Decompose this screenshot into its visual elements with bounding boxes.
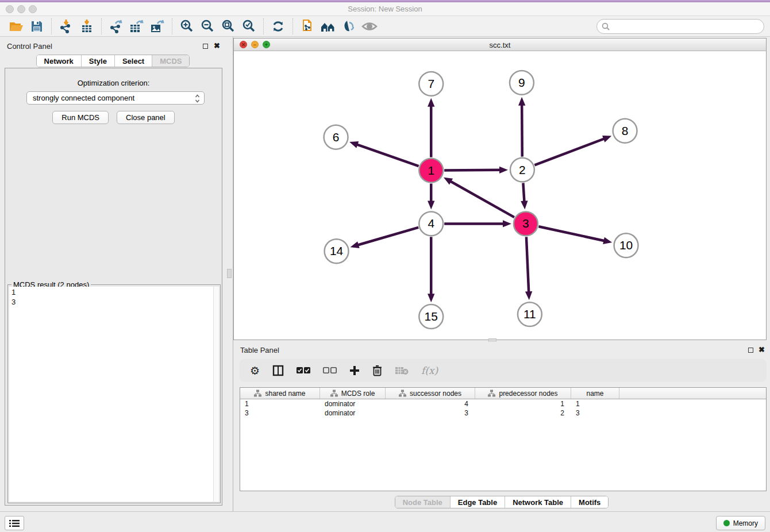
- optimization-criterion-value: strongly connected component: [33, 94, 134, 102]
- table-panel-title: Table Panel: [240, 346, 279, 354]
- close-panel-button[interactable]: Close panel: [117, 111, 175, 124]
- save-session-icon[interactable]: [26, 18, 47, 35]
- memory-status-icon: [723, 520, 730, 526]
- edge-arrow-4-3: [503, 220, 511, 227]
- export-network-icon[interactable]: [106, 18, 126, 35]
- cell-name[interactable]: 3: [571, 408, 619, 418]
- search-input[interactable]: [610, 21, 764, 32]
- column-header-label: successor nodes: [410, 390, 461, 398]
- cell-MCDS-role[interactable]: dominator: [320, 408, 386, 418]
- optimization-criterion-select[interactable]: strongly connected component: [26, 91, 205, 105]
- search-icon: [602, 22, 610, 31]
- edge-3-10[interactable]: [538, 226, 606, 241]
- tab-network-table[interactable]: Network Table: [505, 496, 571, 508]
- run-mcds-button[interactable]: Run MCDS: [52, 111, 109, 124]
- float-panel-icon[interactable]: [203, 44, 208, 49]
- mcds-panel: Optimization criterion: strongly connect…: [5, 68, 222, 506]
- vertical-split-grip[interactable]: [227, 269, 232, 278]
- export-table-icon[interactable]: [126, 18, 147, 35]
- export-image-icon[interactable]: [147, 18, 168, 35]
- edge-4-14[interactable]: [356, 228, 418, 245]
- tab-select[interactable]: Select: [115, 55, 152, 67]
- cell-shared-name[interactable]: 3: [240, 408, 320, 418]
- network-window-titlebar[interactable]: ✕ − + scc.txt: [234, 38, 766, 51]
- window-title: Session: New Session: [0, 5, 770, 13]
- edge-arrow-1-6: [349, 141, 359, 148]
- select-all-columns-icon[interactable]: [297, 363, 310, 378]
- result-scrollbar[interactable]: [213, 287, 219, 502]
- column-header-name[interactable]: name: [571, 388, 619, 399]
- zoom-fit-icon[interactable]: [218, 18, 238, 35]
- edge-2-8[interactable]: [534, 138, 606, 165]
- zoom-out-icon[interactable]: [197, 18, 218, 35]
- edge-3-1[interactable]: [449, 180, 514, 217]
- open-session-icon[interactable]: [6, 18, 26, 35]
- import-network-icon[interactable]: [56, 18, 76, 35]
- cell-successor-nodes[interactable]: 4: [386, 399, 475, 408]
- edge-3-11[interactable]: [526, 237, 529, 294]
- edge-1-6[interactable]: [355, 144, 418, 166]
- first-neighbors-icon[interactable]: [318, 18, 338, 35]
- table-row[interactable]: 1dominator411: [240, 399, 766, 408]
- cell-shared-name[interactable]: 1: [240, 399, 320, 408]
- tab-network[interactable]: Network: [37, 55, 82, 67]
- refresh-icon[interactable]: [268, 18, 288, 35]
- edge-1-2[interactable]: [444, 170, 502, 171]
- tab-mcds[interactable]: MCDS: [152, 55, 189, 67]
- column-header-label: MCDS role: [341, 390, 375, 398]
- graph-node-label-6: 6: [333, 130, 340, 144]
- tab-style[interactable]: Style: [82, 55, 115, 67]
- toolbar-separator: [263, 18, 264, 34]
- edge-2-3[interactable]: [523, 183, 524, 203]
- task-list-icon: [9, 519, 20, 527]
- edge-2-9[interactable]: [522, 103, 522, 157]
- zoom-selected-icon[interactable]: [238, 18, 259, 35]
- delete-columns-trash-icon[interactable]: [372, 363, 382, 378]
- cell-MCDS-role[interactable]: dominator: [320, 399, 386, 408]
- split-columns-icon[interactable]: [272, 363, 284, 378]
- cell-predecessor-nodes[interactable]: 2: [475, 408, 571, 418]
- column-header-label: name: [586, 390, 603, 398]
- toolbar-separator: [51, 18, 52, 34]
- close-panel-icon[interactable]: ✖: [214, 41, 220, 50]
- table-toolbar: ⚙ f(x): [240, 359, 767, 382]
- import-table-icon[interactable]: [76, 18, 97, 35]
- close-table-panel-icon[interactable]: ✖: [759, 345, 765, 354]
- node-table: shared nameMCDS rolesuccessor nodesprede…: [240, 387, 767, 491]
- cell-name[interactable]: 1: [571, 399, 619, 408]
- control-panel-title: Control Panel: [7, 42, 52, 51]
- clone-network-icon[interactable]: [297, 18, 318, 35]
- unselect-all-columns-icon[interactable]: [323, 363, 337, 378]
- graph-node-label-9: 9: [518, 76, 525, 89]
- toolbar-separator: [101, 18, 102, 34]
- column-header-predecessor-nodes[interactable]: predecessor nodes: [475, 388, 571, 399]
- graph-node-label-8: 8: [622, 124, 629, 137]
- table-settings-gear-icon[interactable]: ⚙: [250, 363, 260, 378]
- memory-button[interactable]: Memory: [716, 516, 765, 530]
- graph-node-label-10: 10: [619, 238, 633, 252]
- tab-motifs[interactable]: Motifs: [571, 496, 608, 508]
- status-bar: Memory: [0, 511, 770, 532]
- graph-node-label-2: 2: [519, 163, 526, 176]
- attribute-tree-icon: [399, 390, 406, 397]
- control-panel: Control Panel ✖ NetworkStyleSelectMCDS O…: [0, 37, 226, 511]
- network-canvas[interactable]: 7968124314101511: [234, 51, 766, 340]
- table-body: 1dominator4113dominator323: [240, 399, 766, 418]
- cell-predecessor-nodes[interactable]: 1: [475, 399, 571, 408]
- network-graph[interactable]: 7968124314101511: [234, 51, 766, 340]
- table-row[interactable]: 3dominator323: [240, 408, 766, 418]
- show-annotations-eye-icon[interactable]: [359, 18, 380, 35]
- mcds-result-text[interactable]: 1 3: [9, 287, 213, 502]
- task-history-button[interactable]: [5, 516, 24, 530]
- column-header-successor-nodes[interactable]: successor nodes: [386, 388, 475, 399]
- tab-edge-table[interactable]: Edge Table: [451, 496, 505, 508]
- hide-graphics-details-icon[interactable]: [338, 18, 359, 35]
- add-column-icon[interactable]: [349, 363, 360, 378]
- float-table-panel-icon[interactable]: [748, 348, 753, 353]
- tab-node-table[interactable]: Node Table: [395, 496, 451, 508]
- cell-successor-nodes[interactable]: 3: [386, 408, 475, 418]
- column-header-shared-name[interactable]: shared name: [240, 388, 320, 399]
- column-header-MCDS-role[interactable]: MCDS role: [320, 388, 386, 399]
- vertical-split-divider[interactable]: [226, 37, 233, 511]
- zoom-in-icon[interactable]: [176, 18, 197, 35]
